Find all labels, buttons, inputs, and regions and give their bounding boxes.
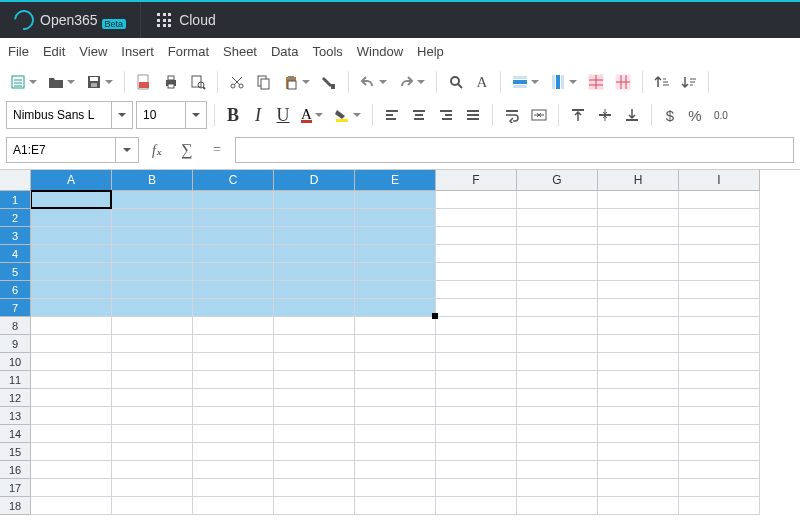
sum-button[interactable]: ∑ xyxy=(175,138,199,162)
cell[interactable] xyxy=(679,389,760,407)
cell[interactable] xyxy=(598,371,679,389)
cell[interactable] xyxy=(112,299,193,317)
font-color-button[interactable]: A xyxy=(297,103,327,127)
cell[interactable] xyxy=(679,497,760,515)
cell[interactable] xyxy=(274,497,355,515)
cell[interactable] xyxy=(436,299,517,317)
cell[interactable] xyxy=(112,389,193,407)
cell[interactable] xyxy=(112,227,193,245)
cell[interactable] xyxy=(679,479,760,497)
cell[interactable] xyxy=(355,281,436,299)
cell[interactable] xyxy=(679,263,760,281)
column-header[interactable]: B xyxy=(112,170,193,191)
cell[interactable] xyxy=(355,425,436,443)
cell[interactable] xyxy=(517,281,598,299)
export-pdf-button[interactable] xyxy=(132,70,156,94)
font-name-combo[interactable] xyxy=(6,101,133,129)
row-header[interactable]: 7 xyxy=(0,299,31,317)
cell[interactable] xyxy=(112,425,193,443)
cell[interactable] xyxy=(598,461,679,479)
column-header[interactable]: F xyxy=(436,170,517,191)
cell[interactable] xyxy=(679,209,760,227)
cell[interactable] xyxy=(112,497,193,515)
cell[interactable] xyxy=(679,461,760,479)
copy-button[interactable] xyxy=(252,70,276,94)
cell[interactable] xyxy=(436,371,517,389)
cell[interactable] xyxy=(31,299,112,317)
menu-view[interactable]: View xyxy=(79,44,107,59)
cell[interactable] xyxy=(517,299,598,317)
row-header[interactable]: 5 xyxy=(0,263,31,281)
wrap-text-button[interactable] xyxy=(500,103,524,127)
cell[interactable] xyxy=(31,425,112,443)
find-button[interactable] xyxy=(444,70,468,94)
cell[interactable] xyxy=(274,227,355,245)
cell[interactable] xyxy=(679,191,760,209)
cell[interactable] xyxy=(193,353,274,371)
cell[interactable] xyxy=(193,407,274,425)
row-header[interactable]: 3 xyxy=(0,227,31,245)
cell[interactable] xyxy=(436,245,517,263)
cell[interactable] xyxy=(193,389,274,407)
column-header[interactable]: E xyxy=(355,170,436,191)
cell[interactable] xyxy=(193,479,274,497)
cell[interactable] xyxy=(517,479,598,497)
cell[interactable] xyxy=(112,245,193,263)
menu-data[interactable]: Data xyxy=(271,44,298,59)
paste-button[interactable] xyxy=(279,70,314,94)
row-header[interactable]: 9 xyxy=(0,335,31,353)
cell[interactable] xyxy=(193,317,274,335)
cell[interactable] xyxy=(436,407,517,425)
cell[interactable] xyxy=(112,191,193,209)
cell[interactable] xyxy=(355,335,436,353)
cell[interactable] xyxy=(274,335,355,353)
cell[interactable] xyxy=(193,497,274,515)
percent-button[interactable]: % xyxy=(684,103,706,127)
valign-middle-button[interactable] xyxy=(593,103,617,127)
clone-format-button[interactable] xyxy=(317,70,341,94)
function-wizard-button[interactable]: fₓ xyxy=(145,138,169,162)
row-header[interactable]: 2 xyxy=(0,209,31,227)
cell-area[interactable] xyxy=(31,191,800,515)
number-format-button[interactable]: 0.0 xyxy=(709,103,733,127)
cell[interactable] xyxy=(355,461,436,479)
row-header[interactable]: 1 xyxy=(0,191,31,209)
cell[interactable] xyxy=(31,191,112,209)
cell[interactable] xyxy=(355,227,436,245)
cell[interactable] xyxy=(436,335,517,353)
menu-help[interactable]: Help xyxy=(417,44,444,59)
spellcheck-button[interactable]: A xyxy=(471,70,493,94)
valign-top-button[interactable] xyxy=(566,103,590,127)
cell[interactable] xyxy=(355,479,436,497)
menu-tools[interactable]: Tools xyxy=(312,44,342,59)
cell[interactable] xyxy=(112,461,193,479)
cell[interactable] xyxy=(355,497,436,515)
cell[interactable] xyxy=(31,245,112,263)
currency-button[interactable]: $ xyxy=(659,103,681,127)
cell[interactable] xyxy=(355,209,436,227)
cell[interactable] xyxy=(598,389,679,407)
table-style-2-button[interactable] xyxy=(611,70,635,94)
cloud-menu[interactable]: Cloud xyxy=(140,2,232,38)
cell[interactable] xyxy=(274,425,355,443)
cell[interactable] xyxy=(355,299,436,317)
column-button[interactable] xyxy=(546,70,581,94)
new-button[interactable] xyxy=(6,70,41,94)
font-name-dropdown[interactable] xyxy=(111,102,132,128)
print-preview-button[interactable] xyxy=(186,70,210,94)
cell[interactable] xyxy=(31,497,112,515)
cell[interactable] xyxy=(112,479,193,497)
cell[interactable] xyxy=(436,263,517,281)
cell[interactable] xyxy=(517,407,598,425)
cell[interactable] xyxy=(517,245,598,263)
cell[interactable] xyxy=(598,245,679,263)
align-center-button[interactable] xyxy=(407,103,431,127)
cell[interactable] xyxy=(31,479,112,497)
cell[interactable] xyxy=(517,317,598,335)
cell[interactable] xyxy=(355,389,436,407)
cell[interactable] xyxy=(31,227,112,245)
cell[interactable] xyxy=(112,371,193,389)
cell[interactable] xyxy=(31,461,112,479)
cell[interactable] xyxy=(598,227,679,245)
cell[interactable] xyxy=(679,353,760,371)
